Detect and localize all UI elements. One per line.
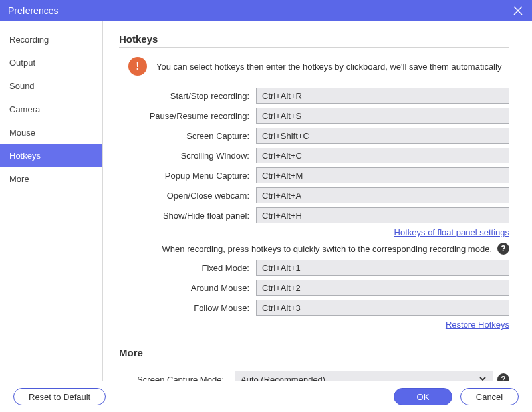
info-row: ! You can select hotkeys then enter the …	[119, 57, 509, 76]
hotkey-row: Open/Close webcam:	[119, 187, 509, 203]
mode-note-text: When recording, press hotkeys to quickly…	[162, 244, 492, 254]
sidebar-item-label: Camera	[9, 104, 40, 114]
hotkey-row: Pause/Resume recording:	[119, 108, 509, 124]
sidebar-item-label: Mouse	[9, 128, 35, 138]
link-row: Hotkeys of float panel settings	[119, 227, 509, 237]
hotkey-row: Scrolling Window:	[119, 148, 509, 163]
hotkey-label: Scrolling Window:	[119, 151, 256, 161]
hotkey-label: Around Mouse:	[119, 283, 256, 293]
link-row: Restore Hotkeys	[119, 320, 509, 330]
footer: Reset to Default OK Cancel	[0, 381, 532, 412]
hotkey-label: Follow Mouse:	[119, 303, 256, 313]
hotkey-input-webcam[interactable]	[256, 187, 509, 203]
main-panel[interactable]: Hotkeys ! You can select hotkeys then en…	[103, 21, 532, 381]
hotkey-row: Show/Hide float panel:	[119, 207, 509, 223]
capture-mode-label: Screen Capture Mode:	[119, 375, 231, 381]
hotkey-input-start-stop[interactable]	[256, 88, 509, 104]
hotkey-input-pause-resume[interactable]	[256, 108, 509, 124]
hotkey-input-fixed-mode[interactable]	[256, 260, 509, 276]
hotkey-label: Screen Capture:	[119, 131, 256, 141]
cancel-button[interactable]: Cancel	[460, 388, 519, 405]
more-row: Screen Capture Mode: Auto (Recommended) …	[119, 371, 509, 381]
sidebar-item-label: Recording	[9, 35, 49, 45]
ok-button[interactable]: OK	[394, 388, 452, 405]
header-bar: Preferences	[0, 0, 532, 21]
hotkey-row: Fixed Mode:	[119, 260, 509, 276]
hotkey-row: Screen Capture:	[119, 128, 509, 144]
help-icon[interactable]: ?	[497, 243, 509, 255]
section-title-more: More	[119, 347, 509, 361]
hotkey-label: Open/Close webcam:	[119, 191, 256, 201]
section-title-hotkeys: Hotkeys	[119, 33, 509, 48]
sidebar-item-label: Hotkeys	[9, 151, 41, 161]
sidebar-item-sound[interactable]: Sound	[0, 74, 102, 98]
hotkey-input-float-panel[interactable]	[256, 207, 509, 223]
sidebar-item-more[interactable]: More	[0, 167, 102, 191]
body: Recording Output Sound Camera Mouse Hotk…	[0, 21, 532, 381]
hotkey-row: Popup Menu Capture:	[119, 167, 509, 183]
chevron-down-icon	[478, 374, 487, 381]
hotkey-label: Show/Hide float panel:	[119, 211, 256, 221]
hotkey-input-around-mouse[interactable]	[256, 280, 509, 296]
restore-hotkeys-link[interactable]: Restore Hotkeys	[446, 320, 509, 330]
sidebar-item-recording[interactable]: Recording	[0, 28, 102, 51]
hotkey-input-follow-mouse[interactable]	[256, 300, 509, 316]
sidebar-item-label: Output	[9, 58, 35, 68]
mode-note-row: When recording, press hotkeys to quickly…	[119, 243, 509, 255]
close-icon[interactable]	[512, 5, 524, 17]
sidebar-item-camera[interactable]: Camera	[0, 98, 102, 121]
sidebar-item-hotkeys[interactable]: Hotkeys	[0, 144, 102, 167]
sidebar-item-label: More	[9, 174, 29, 184]
help-icon[interactable]: ?	[497, 373, 509, 381]
select-value: Auto (Recommended)	[241, 375, 325, 381]
sidebar-item-output[interactable]: Output	[0, 51, 102, 74]
hotkey-row: Around Mouse:	[119, 280, 509, 296]
hotkey-input-scrolling-window[interactable]	[256, 148, 509, 163]
float-panel-settings-link[interactable]: Hotkeys of float panel settings	[394, 227, 509, 237]
sidebar-item-mouse[interactable]: Mouse	[0, 121, 102, 144]
alert-icon: !	[128, 57, 147, 76]
hotkey-row: Follow Mouse:	[119, 300, 509, 316]
sidebar-item-label: Sound	[9, 81, 35, 91]
reset-button[interactable]: Reset to Default	[13, 388, 106, 405]
hotkey-input-popup-menu[interactable]	[256, 167, 509, 183]
info-text: You can select hotkeys then enter the ho…	[156, 62, 501, 72]
hotkey-row: Start/Stop recording:	[119, 88, 509, 104]
window-title: Preferences	[8, 5, 58, 16]
hotkey-label: Popup Menu Capture:	[119, 171, 256, 181]
hotkey-label: Fixed Mode:	[119, 263, 256, 273]
sidebar: Recording Output Sound Camera Mouse Hotk…	[0, 21, 103, 381]
hotkey-label: Pause/Resume recording:	[119, 111, 256, 121]
capture-mode-select[interactable]: Auto (Recommended)	[235, 371, 493, 381]
hotkey-label: Start/Stop recording:	[119, 91, 256, 101]
hotkey-input-screen-capture[interactable]	[256, 128, 509, 144]
